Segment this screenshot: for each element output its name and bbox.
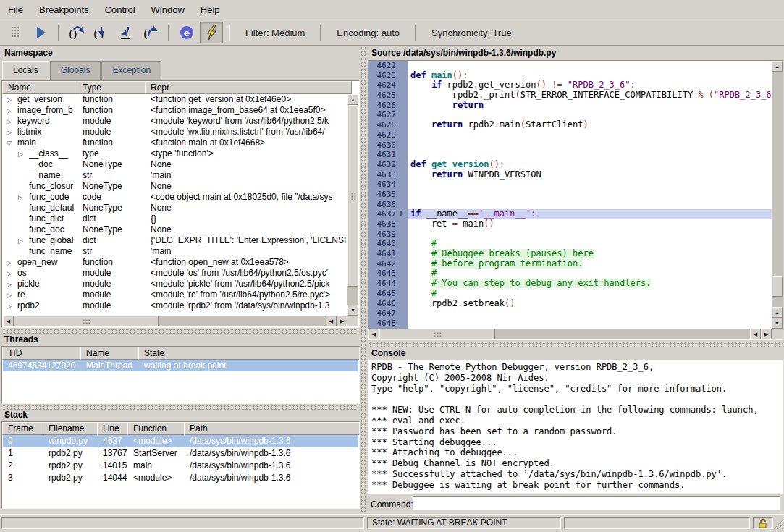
tree-row[interactable]: ▷osmodule<module 'os' from '/usr/lib64/p…: [3, 268, 347, 279]
next-button[interactable]: (): [65, 22, 88, 43]
scrollbar-thumb[interactable]: [347, 105, 358, 287]
collapsed-arrow-icon[interactable]: ▷: [18, 149, 23, 159]
collapsed-arrow-icon[interactable]: ▷: [7, 269, 12, 279]
stack-frame-row[interactable]: 2rpdb2.py14015main/data/sys/bin/winpdb-1…: [3, 460, 358, 472]
tab-locals[interactable]: Locals: [2, 61, 49, 80]
collapsed-arrow-icon[interactable]: ▷: [7, 95, 12, 105]
menu-breakpoints[interactable]: Breakpoints: [31, 1, 97, 20]
tree-row[interactable]: ▷keywordmodule<module 'keyword' from '/u…: [3, 116, 347, 127]
scroll-left-button[interactable]: ◀: [368, 329, 379, 339]
collapsed-arrow-icon[interactable]: ▷: [18, 236, 23, 246]
menu-window[interactable]: Window: [143, 1, 193, 20]
tree-row[interactable]: ▽mainfunction<function main at 0x1ef4668…: [3, 138, 347, 148]
scroll-up-button[interactable]: ▲: [347, 94, 358, 105]
goto-button[interactable]: (: [139, 22, 162, 43]
column-header-function[interactable]: Function: [127, 422, 189, 435]
tree-row[interactable]: ▷func_codecode<code object main at 0x180…: [3, 192, 347, 203]
stack-frame-row[interactable]: 0winpdb.py4637<module>/data/sys/bin/winp…: [3, 435, 358, 447]
step-button[interactable]: ( ): [90, 22, 113, 43]
stack-frame-row[interactable]: 3rpdb2.py14044<module>/data/sys/bin/winp…: [3, 472, 358, 484]
return-button[interactable]: [114, 22, 138, 43]
tab-exception[interactable]: Exception: [101, 61, 161, 80]
source-line: 4634: [368, 180, 772, 190]
tree-row[interactable]: ▷remodule<module 're' from '/usr/lib64/p…: [3, 290, 347, 300]
tree-row[interactable]: func_dictdict{}: [3, 214, 347, 224]
menu-file[interactable]: File: [0, 1, 31, 20]
scrollbar-thumb[interactable]: [14, 316, 159, 326]
scrollbar-thumb[interactable]: [379, 329, 495, 339]
menu-help[interactable]: Help: [193, 1, 228, 20]
tree-row[interactable]: __name__str'main': [3, 170, 347, 181]
scrollbar-thumb[interactable]: [772, 276, 783, 297]
namespace-vscrollbar[interactable]: ▲ ▼: [347, 94, 358, 316]
source-line: 4645 #: [368, 289, 772, 299]
tree-row[interactable]: __doc__NoneTypeNone: [3, 159, 347, 170]
expanded-arrow-icon[interactable]: ▽: [7, 138, 12, 148]
go-button[interactable]: [29, 22, 52, 43]
column-header-state[interactable]: State: [138, 347, 360, 360]
collapsed-arrow-icon[interactable]: ▷: [7, 127, 12, 138]
tree-row[interactable]: ▷func_globaldict{'DLG_EXPR_TITLE': 'Ente…: [3, 235, 347, 246]
source-editor[interactable]: 46224623def main():4624 if rpdb2.get_ver…: [368, 60, 783, 340]
exception-analyze-toggle[interactable]: e: [175, 22, 198, 43]
namespace-threads-sash[interactable]: [1, 327, 358, 334]
tree-row[interactable]: ▷open_newfunction<function open_new at 0…: [3, 257, 347, 268]
vertical-pane-sash[interactable]: [359, 46, 367, 514]
cell-name: __doc__: [29, 159, 77, 170]
source-line: 4622: [368, 61, 772, 71]
synchronicity-toggle[interactable]: [200, 22, 223, 43]
command-input[interactable]: [413, 496, 780, 510]
collapsed-arrow-icon[interactable]: ▷: [7, 117, 12, 127]
tree-row[interactable]: ▷listmixmodule<module 'wx.lib.mixins.lis…: [3, 127, 347, 138]
collapsed-arrow-icon[interactable]: ▷: [7, 258, 12, 268]
collapsed-arrow-icon[interactable]: ▷: [7, 279, 12, 290]
cell-name: get_version: [17, 94, 77, 105]
tab-globals[interactable]: Globals: [50, 61, 101, 80]
column-header-name[interactable]: Name: [80, 347, 143, 360]
column-header-name[interactable]: Name: [2, 81, 82, 94]
resize-grip[interactable]: [773, 519, 783, 529]
stack-frame-row[interactable]: 1rpdb2.py13767StartServer/data/sys/bin/w…: [3, 447, 358, 460]
menu-control[interactable]: Control: [97, 1, 143, 20]
source-line: 4635: [368, 190, 772, 200]
tree-row[interactable]: ▷rpdb2module<module 'rpdb2' from '/data/…: [3, 300, 347, 311]
collapsed-arrow-icon[interactable]: ▷: [7, 106, 12, 116]
tree-row[interactable]: func_namestr'main': [3, 246, 347, 257]
tree-row[interactable]: ▷__class__type<type 'function'>: [3, 148, 347, 159]
source-line: 4626 return: [368, 101, 772, 111]
scroll-right-button[interactable]: ▶: [761, 329, 772, 339]
scroll-left-button[interactable]: ◀: [3, 316, 14, 326]
scroll-right-button[interactable]: ▶: [337, 316, 347, 326]
tree-row[interactable]: ▷image_from_bfunction<function image_fro…: [3, 105, 347, 116]
collapsed-arrow-icon[interactable]: ▷: [7, 301, 12, 311]
collapsed-arrow-icon[interactable]: ▷: [18, 193, 23, 203]
unlocked-padlock-icon: [757, 518, 769, 528]
tree-row[interactable]: func_closurNoneTypeNone: [3, 181, 347, 192]
source-vscrollbar[interactable]: ▲ ▲ ▼: [772, 61, 783, 329]
column-header-path[interactable]: Path: [184, 422, 360, 435]
namespace-hscrollbar[interactable]: ◀ ◀ ▶: [3, 316, 347, 326]
scroll-left-button[interactable]: ◀: [750, 329, 761, 339]
source-console-sash[interactable]: [368, 341, 783, 347]
scroll-up-button[interactable]: ▲: [772, 307, 783, 318]
column-header-type[interactable]: Type: [77, 81, 150, 94]
cell-repr: <code object main at 0x18025d0, file "/d…: [151, 192, 347, 203]
tree-row[interactable]: ▷picklemodule<module 'pickle' from '/usr…: [3, 279, 347, 290]
column-header-frame[interactable]: Frame: [2, 422, 48, 435]
scroll-down-button[interactable]: ▼: [347, 305, 358, 316]
tree-row[interactable]: ▷get_versionfunction<function get_versio…: [3, 94, 347, 105]
cell-repr: None: [151, 203, 347, 214]
tree-row[interactable]: func_defaulNoneTypeNone: [3, 203, 347, 214]
scroll-up-button[interactable]: ▲: [772, 61, 783, 72]
tree-row[interactable]: func_docNoneTypeNone: [3, 224, 347, 235]
scroll-down-button[interactable]: ▼: [772, 318, 783, 329]
collapsed-arrow-icon[interactable]: ▷: [7, 290, 12, 300]
column-header-tid[interactable]: TID: [2, 347, 85, 360]
threads-stack-sash[interactable]: [1, 403, 358, 410]
source-hscrollbar[interactable]: ◀ ◀ ▶: [368, 329, 772, 339]
break-button[interactable]: [4, 22, 28, 43]
scroll-left-button[interactable]: ◀: [326, 316, 337, 326]
thread-row[interactable]: 46974534127920MainThreadwaiting at break…: [3, 360, 358, 371]
column-header-filename[interactable]: Filename: [43, 422, 102, 435]
column-header-repr[interactable]: Repr: [145, 81, 352, 94]
